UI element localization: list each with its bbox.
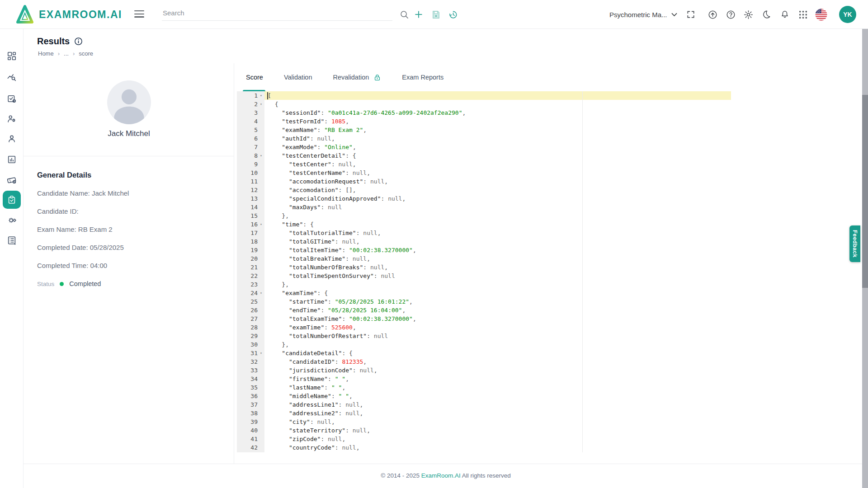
code-line[interactable]: "candidateID": 812335,	[264, 357, 731, 366]
code-line[interactable]: "candidateDetail": {	[264, 349, 731, 357]
code-line[interactable]: "sessionId": "0a01c41a-27d6-4265-a099-24…	[264, 108, 731, 117]
gutter-line[interactable]: 37	[237, 400, 264, 409]
sidebar-item-reports-icon[interactable]	[3, 150, 21, 169]
sidebar-item-analytics-icon[interactable]	[3, 68, 21, 86]
code-line[interactable]: "maxDays": null	[264, 203, 731, 211]
tab-validation[interactable]: Validation	[283, 63, 313, 91]
gutter-line[interactable]: 24▾	[237, 289, 264, 297]
organization-selector[interactable]: Psychometric Ma...	[609, 0, 677, 29]
gutter-line[interactable]: 19	[237, 246, 264, 254]
gutter-line[interactable]: 31▾	[237, 349, 264, 357]
fold-toggle-icon[interactable]: ▾	[258, 220, 264, 229]
code-line[interactable]: "testCenter": null,	[264, 160, 731, 169]
gutter-line[interactable]: 11	[237, 177, 264, 186]
gutter-line[interactable]: 36	[237, 392, 264, 400]
gutter-line[interactable]: 15	[237, 211, 264, 220]
gutter-line[interactable]: 41	[237, 435, 264, 443]
code-line[interactable]: "time": {	[264, 220, 731, 229]
info-icon[interactable]	[74, 37, 83, 46]
fold-toggle-icon[interactable]: ▾	[258, 151, 264, 160]
gutter-line[interactable]: 13	[237, 194, 264, 203]
gutter-line[interactable]: 1▾	[237, 91, 264, 100]
examroom-logo[interactable]: EXAMROOM.AI	[15, 4, 122, 25]
code-line[interactable]: "countryCode": null,	[264, 443, 731, 452]
code-line[interactable]: "specialConditionApproved": null,	[264, 194, 731, 203]
gutter-line[interactable]: 8▾	[237, 151, 264, 160]
score-json-editor[interactable]: 1▾2▾345678▾910111213141516▾1718192021222…	[237, 91, 731, 452]
page-scrollbar[interactable]	[862, 29, 868, 488]
gutter-line[interactable]: 10	[237, 169, 264, 177]
sidebar-item-exam-schedule-icon[interactable]	[3, 90, 21, 108]
tab-revalidation[interactable]: Revalidation	[333, 63, 382, 91]
code-line[interactable]: "examTime": 525600,	[264, 323, 731, 332]
search-input[interactable]	[162, 6, 392, 21]
sidebar-item-voucher-icon[interactable]	[3, 171, 21, 189]
gutter-line[interactable]: 6	[237, 134, 264, 143]
gutter-line[interactable]: 33	[237, 366, 264, 375]
code-line[interactable]: "lastName": " ",	[264, 383, 731, 392]
code-line[interactable]: "startTime": "05/28/2025 16:01:22",	[264, 297, 731, 306]
dark-mode-icon[interactable]	[759, 7, 774, 22]
gutter-line[interactable]: 42	[237, 443, 264, 452]
gutter-line[interactable]: 14	[237, 203, 264, 211]
sidebar-item-user-settings-icon[interactable]	[3, 110, 21, 128]
apps-grid-icon[interactable]	[796, 7, 810, 22]
save-icon[interactable]	[429, 7, 443, 22]
code-line[interactable]: "testCenterDetail": {	[264, 151, 731, 160]
gutter-line[interactable]: 22	[237, 272, 264, 280]
gutter-line[interactable]: 9	[237, 160, 264, 169]
fullscreen-icon[interactable]	[684, 7, 698, 22]
fold-toggle-icon[interactable]: ▾	[258, 289, 264, 297]
search-icon[interactable]	[397, 7, 411, 22]
code-line[interactable]: "firstName": " ",	[264, 375, 731, 383]
gutter-line[interactable]: 40	[237, 426, 264, 435]
code-line[interactable]: "totalTimeSpentOnSurvey": null	[264, 272, 731, 280]
gutter-line[interactable]: 18	[237, 237, 264, 246]
gutter-line[interactable]: 12	[237, 186, 264, 194]
sidebar-item-dashboard-icon[interactable]	[3, 47, 21, 65]
code-line[interactable]: "totalGITime": null,	[264, 237, 731, 246]
gutter-line[interactable]: 23	[237, 280, 264, 289]
gutter-line[interactable]: 30	[237, 340, 264, 349]
code-line[interactable]: "totalNumberOfBreaks": null,	[264, 263, 731, 272]
gutter-line[interactable]: 27	[237, 314, 264, 323]
code-line[interactable]: "accomodationRequest": null,	[264, 177, 731, 186]
code-line[interactable]: "testCenterName": null,	[264, 169, 731, 177]
code-line[interactable]: },	[264, 340, 731, 349]
sidebar-item-candidate-icon[interactable]	[3, 130, 21, 148]
code-line[interactable]: {	[264, 100, 731, 108]
help-icon[interactable]	[723, 7, 738, 22]
gutter-line[interactable]: 17	[237, 229, 264, 237]
code-line[interactable]: "testFormId": 1085,	[264, 117, 731, 126]
fold-toggle-icon[interactable]: ▾	[258, 100, 264, 108]
code-line[interactable]: "totalExamTime": "00:02:38.3270000",	[264, 314, 731, 323]
gutter-line[interactable]: 7	[237, 143, 264, 151]
gutter-line[interactable]: 38	[237, 409, 264, 418]
editor-code[interactable]: [ { "sessionId": "0a01c41a-27d6-4265-a09…	[264, 91, 731, 452]
code-line[interactable]: "middleName": " ",	[264, 392, 731, 400]
menu-icon[interactable]	[134, 10, 144, 18]
footer-brand-link[interactable]: ExamRoom.AI	[421, 472, 461, 479]
gutter-line[interactable]: 39	[237, 418, 264, 426]
sidebar-item-forms-icon[interactable]	[3, 231, 21, 249]
code-line[interactable]: "examMode": "Online",	[264, 143, 731, 151]
sidebar-item-integration-icon[interactable]	[3, 211, 21, 229]
code-line[interactable]: "zipCode": null,	[264, 435, 731, 443]
code-line[interactable]: [	[264, 91, 731, 100]
gutter-line[interactable]: 32	[237, 357, 264, 366]
breadcrumb-home[interactable]: Home	[38, 50, 54, 57]
code-line[interactable]: "stateTerritory": null,	[264, 426, 731, 435]
gutter-line[interactable]: 28	[237, 323, 264, 332]
notifications-icon[interactable]	[778, 7, 792, 22]
gutter-line[interactable]: 5	[237, 126, 264, 134]
code-line[interactable]: "totalBreakTime": null,	[264, 254, 731, 263]
code-line[interactable]: "examTime": {	[264, 289, 731, 297]
gutter-line[interactable]: 20	[237, 254, 264, 263]
gutter-line[interactable]: 3	[237, 108, 264, 117]
feedback-button[interactable]: Feedback	[849, 225, 860, 262]
code-line[interactable]: "totalItemTime": "00:02:38.3270000",	[264, 246, 731, 254]
code-line[interactable]: "city": null,	[264, 418, 731, 426]
code-line[interactable]: "authId": null,	[264, 134, 731, 143]
fold-toggle-icon[interactable]: ▾	[258, 91, 264, 100]
code-line[interactable]: },	[264, 280, 731, 289]
